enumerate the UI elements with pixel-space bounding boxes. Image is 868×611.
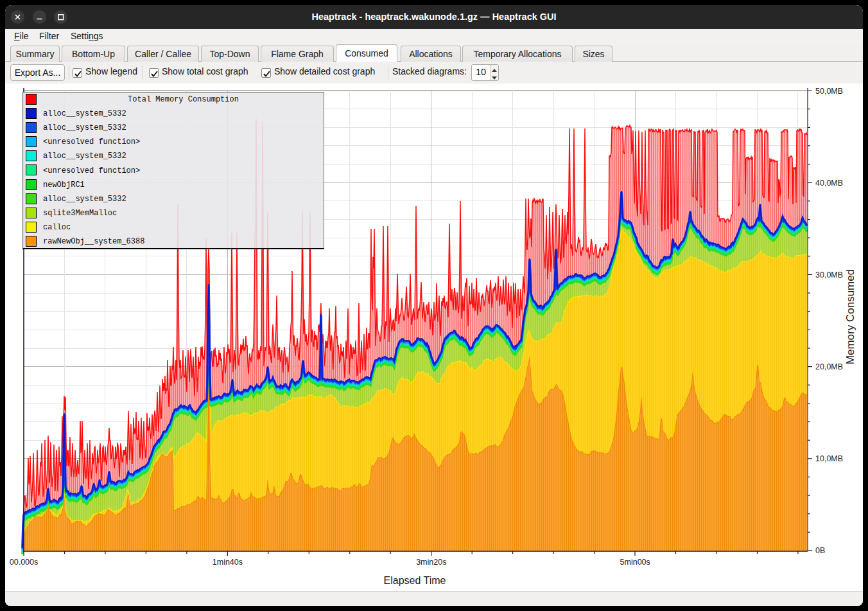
svg-text:20,0MB: 20,0MB bbox=[815, 362, 843, 371]
svg-text:00.000s: 00.000s bbox=[10, 558, 38, 567]
svg-text:Memory Consumed: Memory Consumed bbox=[844, 269, 856, 364]
svg-text:1min40s: 1min40s bbox=[213, 558, 243, 567]
svg-text:10,0MB: 10,0MB bbox=[815, 454, 843, 463]
svg-text:40,0MB: 40,0MB bbox=[815, 179, 843, 188]
svg-text:0B: 0B bbox=[815, 546, 825, 555]
svg-text:50,0MB: 50,0MB bbox=[815, 87, 843, 96]
svg-text:5min00s: 5min00s bbox=[620, 558, 650, 567]
svg-text:30,0MB: 30,0MB bbox=[815, 270, 843, 279]
svg-text:Elapsed Time: Elapsed Time bbox=[384, 575, 446, 586]
svg-text:3min20s: 3min20s bbox=[416, 558, 446, 567]
